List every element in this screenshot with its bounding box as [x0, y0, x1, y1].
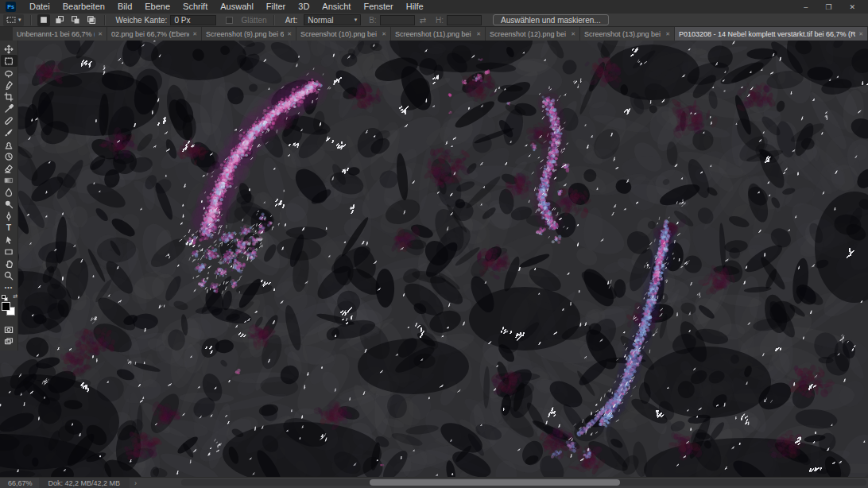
- rectangular-marquee-tool[interactable]: [1, 55, 17, 67]
- style-dropdown[interactable]: Normal ▾: [304, 14, 361, 25]
- foreground-color-swatch[interactable]: [2, 302, 10, 311]
- type-tool[interactable]: T: [1, 222, 17, 234]
- document-tab-2[interactable]: 02.png bei 66,7% (Ebene 1, RGB...✕: [107, 27, 202, 41]
- spot-healing-brush-tool[interactable]: [1, 114, 17, 126]
- tool-preset-picker[interactable]: ▾: [3, 14, 24, 26]
- document-tab-1[interactable]: Unbenannt-1 bei 66,7% (Ebene ...✕: [13, 27, 107, 41]
- menu-3d[interactable]: 3D: [292, 0, 316, 14]
- quick-selection-tool[interactable]: [1, 79, 17, 91]
- eyedropper-tool[interactable]: [1, 103, 17, 114]
- new-selection-icon: [39, 15, 48, 25]
- brush-tool[interactable]: [1, 126, 17, 138]
- color-swatches[interactable]: ⇄: [0, 295, 17, 319]
- menu-datei[interactable]: Datei: [23, 0, 56, 14]
- swap-colors-icon[interactable]: ⇄: [13, 293, 17, 300]
- tab-close-icon[interactable]: ✕: [192, 31, 197, 37]
- pen-tool[interactable]: [1, 210, 17, 222]
- horizontal-scrollbar-thumb[interactable]: [370, 479, 620, 486]
- subtract-from-selection-button[interactable]: [69, 14, 82, 26]
- new-selection-button[interactable]: [37, 14, 50, 26]
- quick-mask-button[interactable]: [1, 323, 17, 335]
- tab-label: Unbenannt-1 bei 66,7% (Ebene ...: [17, 30, 95, 38]
- hand-icon: [4, 259, 14, 269]
- minimize-icon[interactable]: –: [804, 3, 808, 11]
- menu-hilfe[interactable]: Hilfe: [400, 0, 430, 14]
- divider: [30, 15, 31, 25]
- document-tab-6[interactable]: Screenshot (12).png bei 66,7% (...✕: [486, 27, 580, 41]
- photoshop-logo-icon: Ps: [6, 2, 16, 12]
- edit-toolbar-button[interactable]: •••: [1, 281, 17, 293]
- subtract-from-selection-icon: [71, 15, 80, 25]
- document-tab-3[interactable]: Screenshot (9).png bei 66,7% (E...✕: [202, 27, 296, 41]
- menu-bild[interactable]: Bild: [111, 0, 138, 14]
- tab-close-icon[interactable]: ✕: [858, 31, 863, 37]
- gradient-tool[interactable]: [1, 174, 17, 186]
- tool-options-bar: ▾ Weiche Kante: Glätten Art: Normal ▾ B:…: [0, 14, 868, 27]
- tab-close-icon[interactable]: ✕: [476, 31, 481, 37]
- menu-bearbeiten[interactable]: Bearbeiten: [56, 0, 111, 14]
- tab-close-icon[interactable]: ✕: [571, 31, 575, 37]
- path-selection-tool[interactable]: [1, 234, 17, 246]
- chevron-down-icon: ▾: [355, 17, 358, 23]
- clone-stamp-tool[interactable]: [1, 138, 17, 150]
- document-canvas[interactable]: [0, 41, 868, 477]
- screen-mode-button[interactable]: [1, 335, 17, 347]
- quick-mask-icon: [4, 325, 14, 335]
- crop-icon: [4, 92, 14, 102]
- select-and-mask-button[interactable]: Auswählen und maskieren...: [493, 14, 609, 25]
- document-size-info: Dok: 42,2 MB/42,2 MB: [39, 478, 130, 488]
- tab-close-icon[interactable]: ✕: [382, 31, 386, 37]
- tab-close-icon[interactable]: ✕: [665, 31, 670, 37]
- history-brush-tool[interactable]: [1, 150, 17, 162]
- status-flyout-chevron[interactable]: ›: [130, 479, 141, 487]
- menu-fenster[interactable]: Fenster: [357, 0, 399, 14]
- document-tab-5[interactable]: Screenshot (11).png bei 66,7% (...✕: [391, 27, 486, 41]
- antialias-checkbox[interactable]: [226, 17, 233, 24]
- tab-close-icon[interactable]: ✕: [287, 31, 292, 37]
- menu-ansicht[interactable]: Ansicht: [316, 0, 357, 14]
- brush-icon: [4, 128, 14, 137]
- feather-input[interactable]: [170, 15, 216, 25]
- dodge-tool[interactable]: [1, 198, 17, 210]
- tab-close-icon[interactable]: ✕: [98, 31, 103, 37]
- quick-selection-icon: [4, 80, 14, 90]
- swap-width-height-icon[interactable]: ⇄: [420, 16, 426, 25]
- bandage-icon: [4, 116, 14, 126]
- document-tab-4[interactable]: Screenshot (10).png bei 66,7% (...✕: [296, 27, 391, 41]
- document-tab-8[interactable]: P0103208 - 14 Nebel komplett verstärkt.t…: [675, 27, 868, 41]
- lasso-icon: [4, 68, 14, 78]
- crop-tool[interactable]: [1, 91, 17, 103]
- menu-schrift[interactable]: Schrift: [176, 0, 214, 14]
- close-icon[interactable]: ✕: [849, 3, 855, 11]
- zoom-tool[interactable]: [1, 269, 17, 281]
- document-tab-7[interactable]: Screenshot (13).png bei 66,7% (...✕: [580, 27, 675, 41]
- tab-label: Screenshot (12).png bei 66,7% (...: [490, 30, 568, 38]
- menu-filter[interactable]: Filter: [260, 0, 292, 14]
- rectangular-marquee-icon: [4, 56, 14, 66]
- tab-label: P0103208 - 14 Nebel komplett verstärkt.t…: [679, 30, 855, 38]
- blur-tool[interactable]: [1, 186, 17, 198]
- restore-icon[interactable]: ❐: [825, 3, 831, 11]
- width-input[interactable]: [380, 15, 415, 25]
- zoom-level[interactable]: 66,67%: [0, 479, 39, 487]
- hand-tool[interactable]: [1, 258, 17, 269]
- rectangle-shape-tool[interactable]: [1, 246, 17, 258]
- lasso-tool[interactable]: [1, 67, 17, 79]
- menu-ebene[interactable]: Ebene: [138, 0, 176, 14]
- eraser-tool[interactable]: [1, 162, 17, 174]
- add-to-selection-button[interactable]: [53, 14, 66, 26]
- tab-label: 02.png bei 66,7% (Ebene 1, RGB...: [111, 30, 189, 38]
- menu-bar-row: Ps DateiBearbeitenBildEbeneSchriftAuswah…: [0, 0, 868, 14]
- menu-auswahl[interactable]: Auswahl: [214, 0, 260, 14]
- intersect-selection-button[interactable]: [85, 14, 98, 26]
- water-drop-icon: [4, 188, 14, 197]
- history-clock-icon: [4, 152, 14, 161]
- default-colors-icon[interactable]: [2, 295, 6, 299]
- horizontal-scrollbar-track[interactable]: [181, 479, 866, 486]
- height-input[interactable]: [447, 15, 482, 25]
- dodge-icon: [4, 199, 14, 209]
- divider: [273, 15, 274, 25]
- stamp-icon: [4, 140, 14, 149]
- move-tool[interactable]: [1, 43, 17, 55]
- type-icon: T: [6, 223, 11, 232]
